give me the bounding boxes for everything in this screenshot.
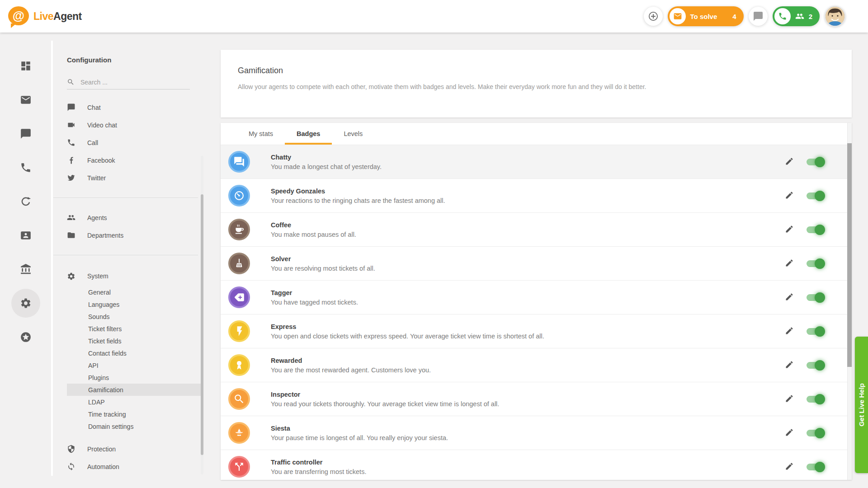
sidebar-item-system[interactable]: System: [53, 266, 201, 286]
bolt-icon: [233, 325, 245, 337]
rail-item-contact-card[interactable]: [9, 218, 42, 252]
chats-button[interactable]: [749, 7, 768, 26]
badge-avatar: [228, 219, 250, 240]
badge-enabled-toggle[interactable]: [807, 159, 824, 165]
badge-enabled-toggle[interactable]: [807, 328, 824, 335]
pencil-icon: [785, 157, 794, 166]
avatar[interactable]: [825, 6, 845, 27]
tab-badges[interactable]: Badges: [285, 123, 332, 145]
rail-item-refresh[interactable]: [9, 184, 42, 218]
badge-avatar: [228, 388, 250, 410]
edit-badge-button[interactable]: [784, 461, 795, 472]
call-icon: [20, 162, 32, 174]
badge-name: Siesta: [271, 425, 448, 432]
badge-avatar: [228, 286, 250, 308]
rail-item-star[interactable]: [9, 320, 42, 354]
sidebar-subitem-ldap[interactable]: LDAP: [53, 396, 201, 408]
sidebar-item-automation[interactable]: Automation: [53, 458, 201, 475]
sidebar-item-agents[interactable]: Agents: [53, 209, 201, 226]
rail-item-gear[interactable]: [9, 286, 42, 320]
edit-badge-button[interactable]: [784, 326, 795, 337]
sidebar-scrollbar[interactable]: [201, 156, 203, 474]
badge-description: You have tagged most tickets.: [271, 299, 358, 306]
edit-badge-button[interactable]: [784, 224, 795, 235]
sidebar-subitem-sounds[interactable]: Sounds: [53, 310, 201, 323]
sidebar-item-label: Chat: [87, 104, 101, 111]
dashboard-icon: [20, 60, 32, 72]
list-scrollbar[interactable]: [847, 123, 852, 480]
search-input[interactable]: [80, 79, 190, 86]
edit-badge-button[interactable]: [784, 190, 795, 201]
sidebar-item-facebook[interactable]: Facebook: [53, 151, 201, 169]
tabs: My statsBadgesLevels: [221, 123, 852, 145]
forum-icon: [233, 156, 245, 168]
sidebar-subitem-general[interactable]: General: [53, 286, 201, 298]
sidebar-item-twitter[interactable]: Twitter: [53, 169, 201, 187]
main-content: Gamification Allow your agents to compet…: [221, 50, 852, 480]
badge-name: Traffic controller: [271, 459, 366, 466]
edit-badge-button[interactable]: [784, 427, 795, 438]
sidebar-subitem-domain-settings[interactable]: Domain settings: [53, 420, 201, 432]
configuration-panel: Configuration ChatVideo chatCallFacebook…: [53, 33, 203, 476]
pencil-icon: [785, 292, 794, 301]
tag-plus-icon: [233, 291, 245, 303]
chat-icon: [20, 128, 32, 140]
edit-badge-button[interactable]: [784, 394, 795, 404]
sidebar-subitem-ticket-fields[interactable]: Ticket fields: [53, 335, 201, 347]
rail-item-mail[interactable]: [9, 83, 42, 117]
rail-item-bank[interactable]: [9, 252, 42, 286]
edit-badge-button[interactable]: [784, 156, 795, 167]
to-solve-button[interactable]: To solve 4: [668, 6, 744, 26]
sidebar-item-label: Facebook: [87, 157, 115, 164]
get-live-help-label: Get Live Help: [858, 383, 865, 427]
add-new-button[interactable]: [644, 7, 663, 26]
sidebar-item-chat[interactable]: Chat: [53, 99, 201, 116]
sidebar-subitem-api[interactable]: API: [53, 359, 201, 371]
badge-avatar: [228, 151, 250, 173]
badge-enabled-toggle[interactable]: [807, 430, 824, 436]
search-row: [67, 75, 190, 89]
calls-button[interactable]: 2: [773, 6, 820, 26]
badge-enabled-toggle[interactable]: [807, 260, 824, 267]
sidebar-subitem-plugins[interactable]: Plugins: [53, 371, 201, 384]
calls-count: 2: [809, 13, 812, 20]
badge-enabled-toggle[interactable]: [807, 396, 824, 403]
badge-enabled-toggle[interactable]: [807, 226, 824, 233]
sidebar-item-label: Call: [87, 139, 98, 146]
agents-online-icon: [795, 12, 804, 21]
star-icon: [20, 331, 32, 343]
badge-description: Your reactions to the ringing chats are …: [271, 197, 445, 204]
sidebar-subitem-time-tracking[interactable]: Time tracking: [53, 408, 201, 420]
tab-my-stats[interactable]: My stats: [237, 123, 285, 145]
shield-icon: [67, 445, 75, 453]
badge-avatar: [228, 253, 250, 274]
badge-description: You are resolving most tickets of all.: [271, 265, 375, 272]
sidebar-subitem-languages[interactable]: Languages: [53, 298, 201, 310]
get-live-help-button[interactable]: Get Live Help: [855, 337, 868, 473]
rail-item-chat[interactable]: [9, 117, 42, 150]
tab-levels[interactable]: Levels: [332, 123, 374, 145]
edit-badge-button[interactable]: [784, 258, 795, 269]
rail-item-dashboard[interactable]: [9, 49, 42, 83]
sidebar-subitem-contact-fields[interactable]: Contact fields: [53, 347, 201, 359]
badge-enabled-toggle[interactable]: [807, 464, 824, 470]
envelope-icon: [670, 8, 686, 24]
sidebar-item-protection[interactable]: Protection: [53, 440, 201, 458]
sidebar-item-label: Protection: [87, 446, 116, 453]
badge-enabled-toggle[interactable]: [807, 294, 824, 301]
badge-enabled-toggle[interactable]: [807, 192, 824, 199]
badge-row-solver: SolverYou are resolving most tickets of …: [221, 246, 852, 280]
sync-icon: [67, 462, 75, 471]
edit-badge-button[interactable]: [784, 292, 795, 303]
chat-icon: [67, 103, 75, 112]
badge-avatar: [228, 185, 250, 206]
badge-enabled-toggle[interactable]: [807, 362, 824, 369]
sidebar-item-video-chat[interactable]: Video chat: [53, 116, 201, 134]
sidebar-item-call[interactable]: Call: [53, 134, 201, 151]
sidebar-item-departments[interactable]: Departments: [53, 226, 201, 244]
sidebar-subitem-ticket-filters[interactable]: Ticket filters: [53, 323, 201, 335]
app-logo[interactable]: @ LiveAgent: [8, 6, 82, 26]
sidebar-subitem-gamification[interactable]: Gamification: [67, 384, 201, 396]
edit-badge-button[interactable]: [784, 360, 795, 371]
rail-item-call[interactable]: [9, 150, 42, 184]
